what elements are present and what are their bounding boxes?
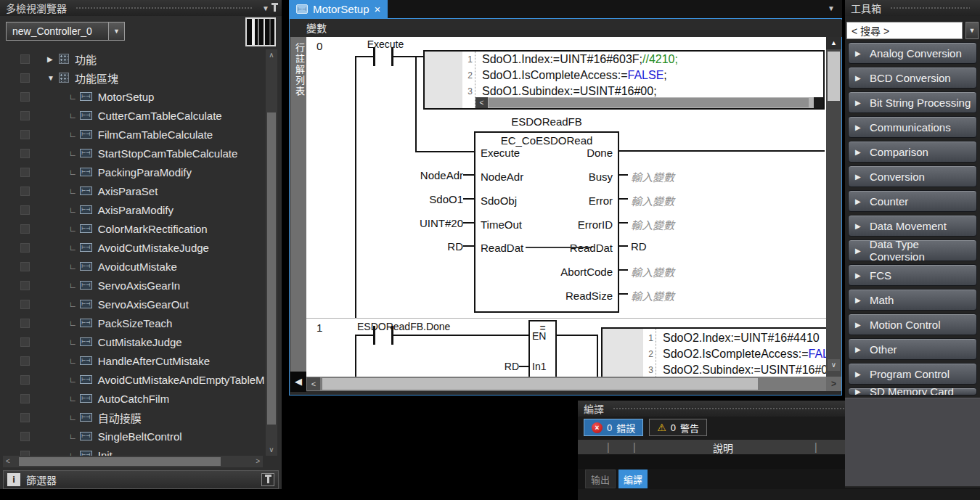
inline-st-box[interactable]: 1 2 3 SdoO1.Index:=UINT#16#603F;//4210; … [423, 50, 825, 110]
filter-pin-button[interactable] [261, 473, 274, 486]
editor-vertical-scrollbar[interactable]: ▲ ∨ [826, 37, 841, 377]
tree-checkbox[interactable] [20, 451, 30, 456]
fb-instance-name[interactable]: ESDOReadFB [474, 115, 619, 128]
tree-item[interactable]: ∟⊢⊣HandleAfterCutMistake [0, 351, 264, 370]
fb-input-pin[interactable]: TimeOut [481, 218, 522, 231]
scroll-left-icon[interactable]: < [6, 456, 10, 467]
toolbox-category-fcs[interactable]: ▶FCS [848, 264, 977, 286]
tree-checkbox[interactable] [20, 281, 30, 290]
fb-input-operand[interactable]: NodeAdr [379, 169, 463, 181]
eq-in1-operand[interactable]: RD [466, 361, 519, 372]
scrollbar-thumb[interactable] [19, 457, 221, 466]
tab-output[interactable]: 输出 [585, 470, 616, 488]
tree-item[interactable]: ∟⊢⊣PackingParaModify [0, 163, 264, 181]
fb-input-operand[interactable]: UINT#20 [379, 217, 463, 229]
toolbox-search-input[interactable] [846, 22, 963, 39]
eq-in1-pin[interactable]: In1 [532, 361, 546, 372]
tree-item[interactable]: ∟⊢⊣AvoidCutMistakeAndEmptyTableMc [0, 370, 264, 389]
tree-checkbox[interactable] [20, 205, 30, 215]
scrollbar-thumb[interactable] [267, 112, 276, 425]
tree-checkbox[interactable] [20, 224, 30, 234]
tree-item[interactable]: ∟⊢⊣AutoCatchFilm [0, 389, 264, 408]
fb-input-pin[interactable]: ReadDat [481, 242, 523, 254]
toolbox-category-communications[interactable]: ▶Communications [848, 116, 977, 138]
fb-output-operand-placeholder[interactable]: 輸入變數 [631, 288, 674, 303]
toolbox-category-analog-conversion[interactable]: ▶Analog Conversion [848, 42, 977, 64]
tree-item-group[interactable]: ▼功能區塊 [0, 68, 264, 87]
errors-filter-button[interactable]: × 0 錯誤 [584, 419, 643, 436]
fb-input-operand[interactable]: RD [379, 240, 463, 253]
tree-item[interactable]: ∟⊢⊣ServoAxisGearIn [0, 276, 264, 295]
scroll-left-icon[interactable]: < [307, 377, 320, 390]
toolbox-category-bit-string-processing[interactable]: ▶Bit String Processing [848, 91, 977, 113]
fb-output-operand-placeholder[interactable]: 輸入變數 [631, 217, 674, 232]
scroll-up-icon[interactable]: ▲ [826, 37, 841, 49]
fb-output-pin[interactable]: Error [589, 194, 613, 207]
toolbox-category-program-control[interactable]: ▶Program Control [848, 363, 977, 385]
tree-item[interactable]: ∟⊢⊣CutterCamTableCalculate [0, 106, 264, 125]
fb-output-pin[interactable]: ErrorID [578, 218, 613, 231]
fb-output-operand-placeholder[interactable]: 輸入變數 [631, 193, 674, 208]
line-comment-strip[interactable]: 行註解列表 [290, 37, 306, 372]
tree-item[interactable]: ∟⊢⊣StartStopCamTableCalculate [0, 144, 264, 163]
fb-input-operand[interactable]: SdoO1 [379, 193, 463, 205]
tab-motorsetup[interactable]: ⊢⊣ MotorSetup × [289, 0, 388, 18]
fb-input-pin[interactable]: NodeAdr [481, 171, 523, 183]
fb-output-pin[interactable]: AbortCode [560, 266, 613, 278]
tree-checkbox[interactable] [20, 432, 30, 441]
scrollbar-thumb[interactable] [828, 52, 840, 101]
variables-bar[interactable]: 變數 [290, 20, 842, 37]
warnings-filter-button[interactable]: ⚠ 0 警告 [649, 419, 707, 436]
controller-select[interactable]: new_Controller_0 ▼ [6, 22, 125, 41]
contact-symbol[interactable] [373, 326, 375, 345]
expander-icon[interactable]: ▶ [47, 55, 59, 63]
tree-checkbox[interactable] [20, 356, 30, 366]
tree-checkbox[interactable] [20, 413, 30, 422]
ladder-canvas[interactable]: 0 Execute 1 2 3 SdoO1.Index:=UINT#16#603… [306, 37, 826, 377]
fb-input-pin[interactable]: Execute [481, 147, 520, 159]
scroll-left-icon[interactable]: < [475, 97, 488, 108]
tree-checkbox[interactable] [20, 243, 30, 253]
eq-function-block[interactable]: = EN In1 [528, 320, 557, 377]
tree-item[interactable]: ∟⊢⊣PackSizeTeach [0, 313, 264, 332]
tree-checkbox[interactable] [20, 337, 30, 347]
tree-checkbox[interactable] [20, 187, 30, 196]
toolbox-category-sd-memory-card[interactable]: ▶SD Memory Card [848, 388, 977, 396]
explorer-vertical-scrollbar[interactable]: ∧ ∨ [266, 49, 277, 456]
explorer-horizontal-scrollbar[interactable]: < > [3, 456, 263, 467]
tree-item[interactable]: ∟⊢⊣Init [0, 446, 264, 456]
filter-bar[interactable]: i 篩選器 [3, 470, 279, 489]
toolbox-category-comparison[interactable]: ▶Comparison [848, 141, 977, 163]
fb-output-pin[interactable]: Done [587, 147, 613, 159]
fb-output-operand-placeholder[interactable]: 輸入變數 [631, 169, 674, 184]
scrollbar-thumb[interactable] [489, 98, 809, 107]
tree-checkbox[interactable] [20, 149, 30, 158]
st-horizontal-scrollbar[interactable]: < [475, 97, 823, 108]
toolbox-search-dropdown-icon[interactable]: ▼ [965, 22, 979, 39]
tree-item[interactable]: ∟⊢⊣ServoAxisGearOut [0, 295, 264, 313]
tree-item[interactable]: ∟⊢⊣MotorSetup [0, 87, 264, 106]
tree-checkbox[interactable] [20, 54, 30, 64]
tree-item[interactable]: ∟⊢⊣AvoidCutMistakeJudge [0, 238, 264, 257]
scroll-right-icon[interactable]: > [256, 456, 260, 467]
tree-item[interactable]: ∟⊢⊣AxisParaModify [0, 200, 264, 219]
fb-output-operand[interactable]: RD [631, 240, 647, 253]
tree-checkbox[interactable] [20, 73, 30, 83]
scroll-right-icon[interactable]: > [826, 377, 841, 391]
contact-operand[interactable]: ESDOReadFB.Done [357, 321, 450, 332]
tree-item[interactable]: ∟⊢⊣SingleBeltControl [0, 427, 264, 446]
tree-checkbox[interactable] [20, 375, 30, 385]
tree-checkbox[interactable] [20, 168, 30, 177]
rung-number[interactable]: 0 [317, 40, 322, 52]
fb-output-pin[interactable]: Busy [589, 171, 613, 183]
collapse-left-icon[interactable]: ◀ [290, 372, 306, 392]
st-code[interactable]: SdoO2.Index:=UINT#16#4410 SdoO2.IsComple… [656, 329, 826, 377]
tree-checkbox[interactable] [20, 394, 30, 403]
tree-checkbox[interactable] [20, 319, 30, 328]
toolbox-category-other[interactable]: ▶Other [848, 338, 977, 360]
explorer-menu-icon[interactable]: ▼ [262, 4, 269, 12]
tree-item[interactable]: ∟⊢⊣AxisParaSet [0, 181, 264, 200]
tree-checkbox[interactable] [20, 92, 30, 102]
toolbox-category-motion-control[interactable]: ▶Motion Control [848, 313, 977, 335]
editor-horizontal-scrollbar[interactable]: < [306, 377, 826, 391]
